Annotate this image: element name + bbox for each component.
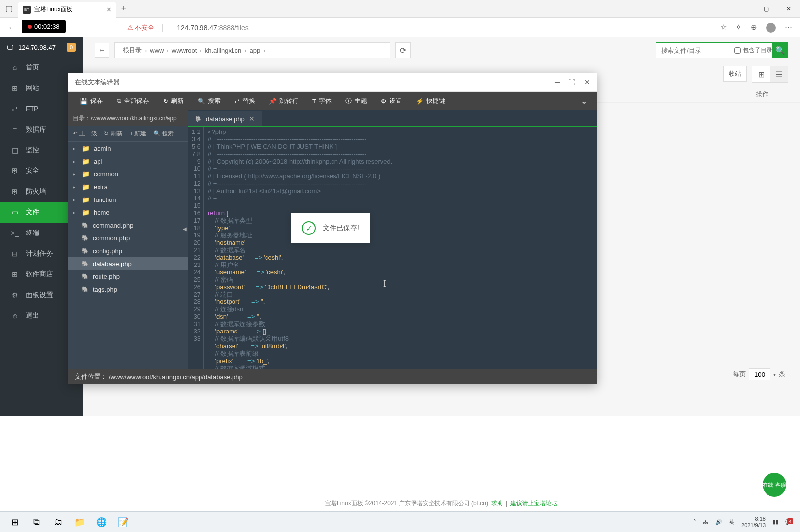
home-icon: ⌂ [11,64,19,71]
save-button[interactable]: 💾保存 [73,97,110,105]
favicon-icon: BT [23,6,31,14]
tree-folder[interactable]: ▸📁api [68,155,188,167]
chevron-down-icon[interactable]: ⌄ [576,97,592,106]
help-link[interactable]: 求助 [491,499,503,508]
task-view-button[interactable]: ⧉ [26,512,47,532]
tree-file[interactable]: 🐘command.php [68,219,188,232]
save-icon: 💾 [80,98,88,105]
refresh-tree-button[interactable]: ↻ 刷新 [104,130,122,138]
tab-list-button[interactable]: ▢ [0,0,18,18]
search-button[interactable]: 🔍 [772,42,788,58]
forum-link[interactable]: 建议请上宝塔论坛 [510,499,558,508]
folder-icon: ▭ [11,208,19,216]
gear-icon: ⚙ [11,291,19,299]
column-operation: 操作 [756,90,788,99]
list-view-button[interactable]: ☰ [770,66,788,82]
windows-taskbar: ⊞ ⧉ 🗂 📁 🌐 📝 ˄ 🖧 🔊 英 8:18 2021/9/13 ▮▮ 💬 [0,511,800,532]
save-all-button[interactable]: ⧉全部保存 [110,97,156,105]
close-icon[interactable]: ✕ [584,78,590,86]
tree-file[interactable]: 🐘common.php [68,232,188,244]
breadcrumb[interactable]: 根目录› www› wwwroot› kh.ailingxi.cn› app› [114,42,390,58]
search-icon: 🔍 [198,98,205,105]
window-max-button[interactable]: ▢ [755,0,777,18]
window-close-button[interactable]: ✕ [777,0,800,18]
support-fab[interactable]: 在线 客服 [763,473,786,497]
security-indicator[interactable]: ⚠ 不安全 [127,23,154,32]
text-cursor-icon: I [383,280,386,288]
goto-line-button[interactable]: 📌跳转行 [262,97,305,105]
clock[interactable]: 8:18 2021/9/13 [741,516,766,529]
favorites-bar-icon[interactable]: ✧ [735,23,742,33]
terminal-icon: >_ [11,229,19,237]
maximize-icon[interactable]: ⛶ [568,78,575,86]
tray-chevron-icon[interactable]: ˄ [693,519,696,525]
window-min-button[interactable]: ─ [732,0,755,18]
network-icon[interactable]: 🖧 [703,519,708,525]
edge-browser-icon[interactable]: 🌐 [91,512,112,532]
shortcuts-button[interactable]: ⚡快捷键 [409,97,452,105]
notifications-icon[interactable]: 💬 [785,519,792,525]
tree-folder[interactable]: ▸📁admin [68,142,188,155]
refresh-button[interactable]: ↻刷新 [156,97,191,105]
new-file-button[interactable]: + 新建 [130,130,146,138]
save-all-icon: ⧉ [117,97,121,105]
font-button[interactable]: T字体 [305,97,338,105]
recycle-bin-button[interactable]: 收站 [723,66,747,82]
file-explorer-icon[interactable]: 📁 [69,512,91,532]
code-editor[interactable]: 1 2 3 4 5 6 7 8 9 10 11 12 13 14 15 16 1… [188,127,597,369]
php-icon: 🐘 [195,116,202,122]
search-tree-button[interactable]: 🔍 搜索 [153,130,174,138]
close-tab-icon[interactable]: × [107,5,111,14]
start-button[interactable]: ⊞ [4,512,26,532]
browser-tab[interactable]: BT 宝塔Linux面板 × [18,2,116,18]
taskbar-app[interactable]: 📝 [112,512,134,532]
save-toast: ✓ 文件已保存! [291,213,370,243]
theme-button[interactable]: ⓘ主题 [338,97,374,105]
tree-file[interactable]: 🐘config.php [68,244,188,257]
breadcrumb-refresh-button[interactable]: ⟳ [395,42,411,58]
ime-indicator[interactable]: 英 [729,518,734,526]
pagination: 每页 ▾ 条 [733,368,785,380]
subdir-checkbox[interactable] [734,47,741,54]
replace-button[interactable]: ⇄替换 [228,97,262,105]
editor-sidebar: 目录：/www/wwwroot/kh.ailingxi.cn/app ↶ 上一级… [68,110,188,369]
back-button[interactable]: ← [4,20,20,35]
theme-icon: ⓘ [345,97,352,105]
tree-folder[interactable]: ▸📁common [68,167,188,180]
tree-folder[interactable]: ▸📁home [68,206,188,219]
page-size-input[interactable] [749,368,770,380]
subdir-checkbox-label[interactable]: 包含子目录 [734,46,772,55]
chevron-down-icon[interactable]: ▾ [773,372,776,377]
record-dot-icon [28,25,32,29]
grid-view-button[interactable]: ⊞ [752,66,770,82]
favorite-icon[interactable]: ☆ [720,23,727,33]
tree-file[interactable]: 🐘route.php [68,270,188,283]
recording-badge: 00:02:38 [22,20,66,33]
settings-button[interactable]: ⚙设置 [374,97,409,105]
breadcrumb-back-button[interactable]: ← [95,43,109,58]
collapse-sidebar-icon[interactable]: ◀ [181,219,188,238]
gear-icon: ⚙ [381,98,387,105]
tree-file[interactable]: 🐘database.php [68,257,188,270]
tree-file[interactable]: 🐘tags.php [68,283,188,296]
new-tab-button[interactable]: + [116,3,131,14]
shield-icon: ⛨ [11,167,19,175]
logout-icon: ⎋ [11,312,19,320]
notification-badge[interactable]: 0 [67,43,76,52]
menu-icon[interactable]: ⋯ [785,23,792,33]
cron-icon: ⊟ [11,250,19,258]
editor-dir-label: 目录：/www/wwwroot/kh.ailingxi.cn/app [68,110,188,126]
volume-icon[interactable]: 🔊 [715,519,722,525]
up-level-button[interactable]: ↶ 上一级 [73,130,97,138]
collections-icon[interactable]: ⊕ [751,23,757,33]
close-tab-icon[interactable]: ✕ [249,115,255,123]
tray-icon[interactable]: ▮▮ [772,519,778,525]
profile-icon[interactable] [766,23,776,33]
editor-tab[interactable]: 🐘 database.php ✕ [188,111,262,127]
search-button[interactable]: 🔍搜索 [191,97,228,105]
minimize-icon[interactable]: ─ [555,78,560,86]
tree-folder[interactable]: ▸📁function [68,193,188,206]
address-url[interactable]: 124.70.98.47:8888/files [177,24,249,32]
tree-folder[interactable]: ▸📁extra [68,180,188,193]
taskbar-app[interactable]: 🗂 [47,512,69,532]
